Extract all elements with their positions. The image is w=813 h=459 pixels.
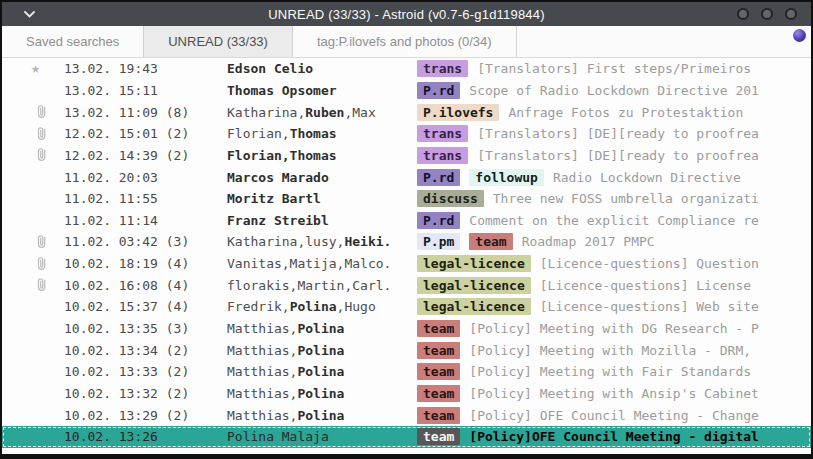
paperclip-icon <box>36 256 48 272</box>
thread-detail-cell: P.rdfollowupRadio Lockdown Directive <box>417 169 811 186</box>
thread-row[interactable]: ★ 10.02. 13:29 (2) Matthias,Polina team[… <box>2 404 811 426</box>
thread-row[interactable]: ★ 13.02. 19:43 Edson Celio trans[Transla… <box>2 58 811 80</box>
thread-detail-cell: team[Policy] Meeting with Fair Standards <box>417 363 811 380</box>
thread-date: 11.02. 20:03 <box>52 170 227 185</box>
thread-detail-cell: team[Policy] Meeting with Ansip's Cabine… <box>417 385 811 402</box>
paperclip-icon <box>36 104 48 120</box>
tag-chip: followup <box>469 169 544 186</box>
thread-date: 11.02. 11:55 <box>52 191 227 206</box>
thread-authors: Matthias,Polina <box>227 386 417 401</box>
thread-subject: [Translators] First steps/Primeiros <box>477 61 751 76</box>
tag-chip: P.ilovefs <box>417 104 499 121</box>
titlebar: UNREAD (33/33) - Astroid (v0.7-6-g1d1198… <box>2 2 811 26</box>
thread-list: ★ 13.02. 19:43 Edson Celio trans[Transla… <box>2 58 811 454</box>
tag-chip: trans <box>417 147 468 164</box>
thread-subject: [Licence-questions] Web site <box>540 299 759 314</box>
thread-row[interactable]: ★ 10.02. 13:34 (2) Matthias,Polina team[… <box>2 339 811 361</box>
thread-subject: [Policy] Meeting with DG Research - P <box>469 321 759 336</box>
maximize-button[interactable] <box>761 8 773 20</box>
thread-row[interactable]: ★ 10.02. 13:26 Polina Malaja team[Policy… <box>2 426 811 448</box>
thread-subject: [Policy]OFE Council Meeting - digital <box>469 429 759 444</box>
thread-authors: Matthias,Polina <box>227 343 417 358</box>
thread-row[interactable]: ★ 12.02. 15:01 (2) Florian,Thomas trans[… <box>2 123 811 145</box>
thread-row[interactable]: ★ 10.02. 13:33 (2) Matthias,Polina team[… <box>2 361 811 383</box>
thread-row[interactable]: ★ 13.02. 15:11 Thomas Opsomer P.rdScope … <box>2 80 811 102</box>
thread-authors: Matthias,Polina <box>227 321 417 336</box>
thread-subject: [Policy] OFE Council Meeting - Change <box>469 408 759 423</box>
thread-date: 10.02. 18:19 (4) <box>52 256 227 271</box>
thread-subject: [Licence-questions] Question <box>540 256 759 271</box>
tag-chip: P.rd <box>417 169 460 186</box>
thread-detail-cell: team[Policy] Meeting with DG Research - … <box>417 320 811 337</box>
thread-authors: Edson Celio <box>227 61 417 76</box>
thread-row[interactable]: ★ 12.02. 14:39 (2) Florian,Thomas trans[… <box>2 145 811 167</box>
thread-authors: Florian,Thomas <box>227 126 417 141</box>
tab-saved-searches[interactable]: Saved searches <box>2 26 143 57</box>
thread-flag-cell: ★ <box>2 61 52 76</box>
thread-flag-cell: ★ <box>2 147 52 163</box>
thread-detail-cell: discussThree new FOSS umbrella organizat… <box>417 190 811 207</box>
astroid-window: UNREAD (33/33) - Astroid (v0.7-6-g1d1198… <box>0 0 813 459</box>
thread-row[interactable]: ★ 11.02. 11:14 Franz Streibl P.rdComment… <box>2 209 811 231</box>
window-buttons <box>737 8 797 20</box>
thread-detail-cell: P.ilovefsAnfrage Fotos zu Protestaktion <box>417 104 811 121</box>
thread-row[interactable]: ★ 13.02. 11:09 (8) Katharina,Ruben,Max P… <box>2 101 811 123</box>
thread-authors: Katharina,Ruben,Max <box>227 105 417 120</box>
thread-date: 12.02. 15:01 (2) <box>52 126 227 141</box>
window-title: UNREAD (33/33) - Astroid (v0.7-6-g1d1198… <box>2 7 811 22</box>
thread-subject: Radio Lockdown Directive <box>553 170 741 185</box>
thread-detail-cell: trans[Translators] [DE][ready to proofre… <box>417 125 811 142</box>
thread-date: 10.02. 13:32 (2) <box>52 386 227 401</box>
tag-chip: team <box>469 233 512 250</box>
tab-ilovefs[interactable]: tag:P.ilovefs and photos (0/34) <box>293 26 517 57</box>
thread-row[interactable]: ★ 11.02. 11:55 Moritz Bartl discussThree… <box>2 188 811 210</box>
star-icon: ★ <box>31 61 40 76</box>
thread-row[interactable]: ★ 11.02. 20:03 Marcos Marado P.rdfollowu… <box>2 166 811 188</box>
thread-date: 12.02. 14:39 (2) <box>52 148 227 163</box>
thread-authors: florakis,Martin,Carl. <box>227 278 417 293</box>
thread-date: 11.02. 03:42 (3) <box>52 234 227 249</box>
thread-row[interactable]: ★ 10.02. 13:32 (2) Matthias,Polina team[… <box>2 383 811 405</box>
tag-chip: trans <box>417 60 468 77</box>
tag-chip: team <box>417 407 460 424</box>
tab-unread[interactable]: UNREAD (33/33) <box>143 26 293 57</box>
thread-date: 10.02. 13:29 (2) <box>52 408 227 423</box>
thread-row[interactable]: ★ 10.02. 13:35 (3) Matthias,Polina team[… <box>2 318 811 340</box>
thread-subject: [Policy] Meeting with Mozilla - DRM, <box>469 343 751 358</box>
thread-detail-cell: P.rdComment on the explicit Compliance r… <box>417 212 811 229</box>
thread-flag-cell: ★ <box>2 104 52 120</box>
thread-row[interactable]: ★ 10.02. 15:37 (4) Fredrik,Polina,Hugo l… <box>2 296 811 318</box>
thread-row[interactable]: ★ 11.02. 03:42 (3) Katharina,lusy,Heiki.… <box>2 231 811 253</box>
tag-chip: legal-licence <box>417 255 531 272</box>
tag-chip: team <box>417 428 460 445</box>
close-button[interactable] <box>785 8 797 20</box>
tag-chip: team <box>417 385 460 402</box>
thread-date: 11.02. 11:14 <box>52 213 227 228</box>
thread-authors: Franz Streibl <box>227 213 417 228</box>
thread-authors: Moritz Bartl <box>227 191 417 206</box>
thread-detail-cell: legal-licence[Licence-questions] Questio… <box>417 255 811 272</box>
thread-detail-cell: legal-licence[Licence-questions] License <box>417 277 811 294</box>
thread-flag-cell: ★ <box>2 126 52 142</box>
thread-flag-cell: ★ <box>2 277 52 293</box>
thread-row[interactable]: ★ 10.02. 16:08 (4) florakis,Martin,Carl.… <box>2 274 811 296</box>
thread-subject: [Policy] Meeting with Fair Standards <box>469 364 751 379</box>
thread-authors: Florian,Thomas <box>227 148 417 163</box>
tag-chip: P.rd <box>417 82 460 99</box>
thread-subject: Anfrage Fotos zu Protestaktion <box>508 105 743 120</box>
thread-detail-cell: P.pmteamRoadmap 2017 PMPC <box>417 233 811 250</box>
thread-authors: Katharina,lusy,Heiki. <box>227 234 417 249</box>
tag-chip: P.pm <box>417 233 460 250</box>
thread-flag-cell: ★ <box>2 256 52 272</box>
thread-date: 10.02. 16:08 (4) <box>52 278 227 293</box>
thread-subject: [Licence-questions] License <box>540 278 751 293</box>
thread-date: 10.02. 15:37 (4) <box>52 299 227 314</box>
thread-detail-cell: team[Policy] Meeting with Mozilla - DRM, <box>417 342 811 359</box>
tag-chip: team <box>417 342 460 359</box>
thread-row[interactable]: ★ 10.02. 18:19 (4) Vanitas,Matija,Malco.… <box>2 253 811 275</box>
thread-subject: [Translators] [DE][ready to proofrea <box>477 148 759 163</box>
thread-subject: Roadmap 2017 PMPC <box>522 234 655 249</box>
minimize-button[interactable] <box>737 8 749 20</box>
thread-authors: Marcos Marado <box>227 170 417 185</box>
thread-authors: Matthias,Polina <box>227 408 417 423</box>
